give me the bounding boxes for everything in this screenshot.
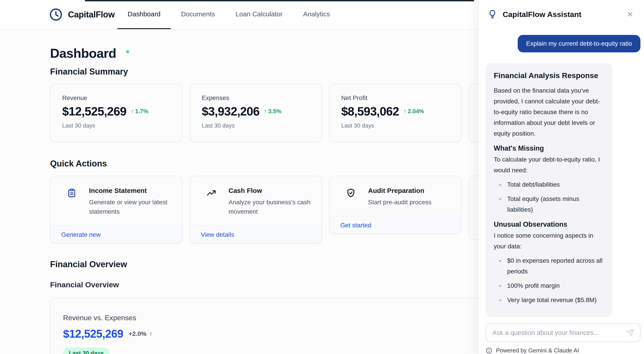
assistant-input-box bbox=[486, 323, 640, 342]
quick-actions-row: Income Statement Generate or view your l… bbox=[50, 176, 478, 243]
assistant-messages: Explain my current debt-to-equity ratio … bbox=[478, 29, 644, 318]
quick-action-title: Cash Flow bbox=[228, 187, 312, 194]
observations-intro: I notice some concerning aspects in your… bbox=[494, 230, 604, 252]
nav-tab-dashboard[interactable]: Dashboard bbox=[118, 0, 171, 29]
top-navbar: CapitalFlow Dashboard Documents Loan Cal… bbox=[0, 0, 478, 30]
summary-period: Last 30 days bbox=[202, 122, 310, 129]
summary-card-net-profit: Net Profit $8,593,062 ↑2.04% Last 30 day… bbox=[329, 84, 462, 142]
observations-heading: Unusual Observations bbox=[494, 220, 604, 228]
status-dot-icon bbox=[126, 50, 129, 53]
assistant-footer-text: Powered by Gemini & Claude AI bbox=[496, 347, 579, 354]
trending-up-icon bbox=[206, 187, 217, 216]
clock-logo-icon bbox=[49, 8, 62, 21]
summary-cards-row: Revenue $12,525,269 ↑1.7% Last 30 days E… bbox=[50, 84, 478, 142]
quick-action-footer: Generate new bbox=[50, 225, 182, 243]
summary-card-partial bbox=[469, 84, 478, 142]
quick-action-title: Income Statement bbox=[89, 187, 172, 194]
summary-card-expenses: Expenses $3,932,206 ↑3.5% Last 30 days bbox=[190, 84, 322, 142]
financial-overview-heading: Financial Overview bbox=[50, 260, 478, 269]
quick-action-footer: Get started bbox=[330, 216, 461, 234]
summary-label: Expenses bbox=[202, 94, 310, 102]
summary-change: ↑3.5% bbox=[264, 108, 281, 115]
missing-heading: What's Missing bbox=[494, 144, 604, 152]
send-icon bbox=[626, 329, 634, 337]
missing-intro: To calculate your debt-to-equity ratio, … bbox=[494, 154, 604, 176]
lightbulb-icon bbox=[488, 10, 497, 19]
quick-action-description: Start pre-audit process bbox=[368, 198, 431, 207]
summary-value: $12,525,269 bbox=[62, 104, 126, 118]
summary-card-revenue: Revenue $12,525,269 ↑1.7% Last 30 days bbox=[50, 84, 182, 142]
close-icon[interactable]: ✕ bbox=[625, 9, 635, 20]
nav-tab-analytics[interactable]: Analytics bbox=[293, 0, 340, 29]
quick-action-audit-preparation: Audit Preparation Start pre-audit proces… bbox=[329, 176, 462, 234]
get-started-link[interactable]: Get started bbox=[340, 222, 372, 229]
summary-label: Revenue bbox=[62, 94, 170, 102]
list-item: Total debt/liabilities bbox=[494, 179, 604, 190]
nav-tab-documents[interactable]: Documents bbox=[171, 0, 226, 29]
quick-action-description: Analyze your business's cash movement bbox=[228, 198, 312, 216]
chart-value: $12,525,269 bbox=[63, 327, 123, 340]
chart-change: +2.0%↑ bbox=[128, 330, 152, 337]
quick-action-title: Audit Preparation bbox=[368, 187, 431, 194]
arrow-up-icon: ↑ bbox=[131, 108, 134, 115]
shield-check-icon bbox=[346, 187, 356, 207]
summary-change: ↑2.04% bbox=[404, 108, 424, 115]
financial-overview-subheading: Financial Overview bbox=[50, 280, 478, 289]
list-item: 100% profit margin bbox=[494, 280, 604, 291]
brand[interactable]: CapitalFlow bbox=[49, 0, 115, 29]
summary-label: Net Profit bbox=[341, 94, 450, 102]
summary-change: ↑1.7% bbox=[131, 108, 148, 115]
observations-list: $0 in expenses reported across all perio… bbox=[494, 255, 604, 305]
main-nav: Dashboard Documents Loan Calculator Anal… bbox=[118, 0, 340, 29]
period-badge: Last 30 days bbox=[63, 347, 110, 354]
nav-tab-loan-calculator[interactable]: Loan Calculator bbox=[225, 0, 293, 29]
assistant-question-input[interactable] bbox=[492, 329, 626, 336]
summary-period: Last 30 days bbox=[62, 122, 170, 129]
chart-title: Revenue vs. Expenses bbox=[63, 314, 478, 322]
info-icon bbox=[486, 347, 492, 354]
page-title-text: Dashboard bbox=[50, 46, 116, 61]
summary-value: $8,593,062 bbox=[341, 104, 399, 118]
dashboard-content: Dashboard Financial Summary Revenue $12,… bbox=[0, 46, 478, 354]
quick-actions-heading: Quick Actions bbox=[50, 159, 478, 169]
response-intro: Based on the financial data you've provi… bbox=[494, 85, 604, 139]
assistant-footer: Powered by Gemini & Claude AI bbox=[486, 342, 640, 354]
summary-period: Last 30 days bbox=[341, 122, 450, 129]
response-heading: Financial Analysis Response bbox=[494, 71, 604, 80]
quick-action-income-statement: Income Statement Generate or view your l… bbox=[50, 176, 182, 243]
app-root: CapitalFlow Dashboard Documents Loan Cal… bbox=[0, 0, 644, 354]
assistant-input-area: Powered by Gemini & Claude AI bbox=[478, 318, 644, 354]
assistant-header: CapitalFlow Assistant ✕ bbox=[478, 0, 644, 29]
clipboard-icon bbox=[67, 187, 77, 216]
list-item: Very large total revenue ($5.8M) bbox=[494, 295, 604, 305]
financial-summary-heading: Financial Summary bbox=[50, 67, 478, 77]
main-area: CapitalFlow Dashboard Documents Loan Cal… bbox=[0, 0, 478, 354]
page-title: Dashboard bbox=[50, 46, 478, 61]
arrow-up-icon: ↑ bbox=[404, 108, 406, 115]
generate-new-link[interactable]: Generate new bbox=[61, 231, 100, 238]
quick-action-partial bbox=[469, 176, 478, 239]
missing-list: Total debt/liabilities Total equity (ass… bbox=[494, 179, 604, 215]
arrow-up-icon: ↑ bbox=[149, 330, 152, 337]
assistant-response-card: Financial Analysis Response Based on the… bbox=[486, 63, 612, 317]
assistant-panel: CapitalFlow Assistant ✕ Explain my curre… bbox=[478, 0, 644, 354]
top-accent-bar bbox=[85, 0, 474, 1]
assistant-title: CapitalFlow Assistant bbox=[503, 10, 620, 19]
arrow-up-icon: ↑ bbox=[264, 108, 267, 115]
send-button[interactable] bbox=[626, 329, 634, 337]
list-item: $0 in expenses reported across all perio… bbox=[494, 255, 604, 277]
view-details-link[interactable]: View details bbox=[201, 231, 234, 238]
summary-value: $3,932,206 bbox=[202, 104, 260, 118]
user-message-bubble: Explain my current debt-to-equity ratio bbox=[518, 35, 640, 52]
brand-name: CapitalFlow bbox=[68, 10, 115, 20]
quick-action-description: Generate or view your latest statements bbox=[89, 198, 172, 216]
quick-action-footer: View details bbox=[190, 225, 322, 243]
list-item: Total equity (assets minus liabilities) bbox=[494, 194, 604, 215]
quick-action-cash-flow: Cash Flow Analyze your business's cash m… bbox=[190, 176, 322, 243]
revenue-expenses-chart-card: Revenue vs. Expenses $12,525,269 +2.0%↑ … bbox=[50, 298, 478, 354]
